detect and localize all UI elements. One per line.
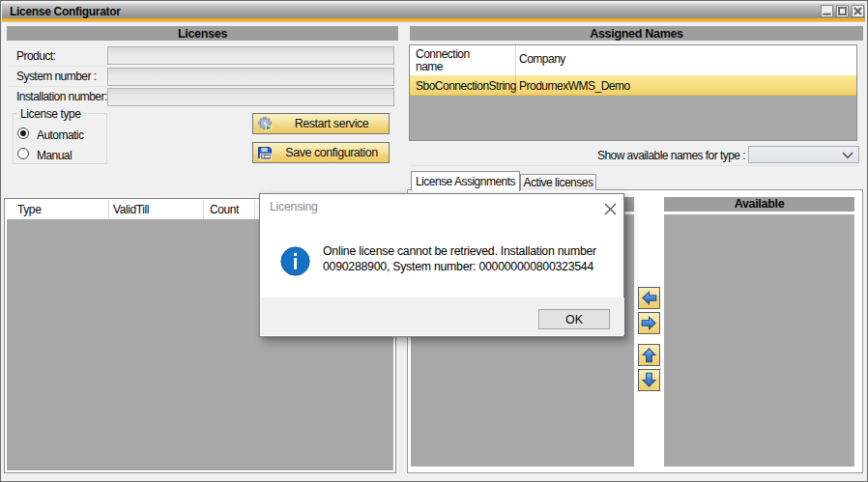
info-icon (280, 246, 310, 276)
dialog-message: Online license cannot be retrieved. Inst… (323, 243, 624, 274)
chevron-down-icon (842, 152, 854, 159)
move-left-button[interactable] (638, 287, 660, 309)
installation-number-input[interactable] (107, 88, 394, 106)
row-separator (8, 86, 107, 87)
column-header-company[interactable]: Company (519, 53, 565, 66)
dialog-title: Licensing (270, 200, 318, 213)
radio-manual-label: Manual (37, 149, 72, 162)
radio-dot (20, 130, 26, 136)
save-icon (257, 145, 274, 161)
type-filter-combobox[interactable] (748, 146, 859, 163)
column-header-connection-name[interactable]: Connection name (416, 48, 483, 73)
radio-automatic[interactable] (17, 128, 29, 139)
column-divider (108, 200, 109, 219)
license-configurator-window: License Configurator Licenses Product: S… (0, 0, 868, 482)
tab-license-assignments[interactable]: License Assignments (411, 171, 520, 191)
title-bar[interactable] (2, 3, 865, 18)
arrow-down-icon (641, 372, 657, 388)
minimize-button[interactable] (821, 5, 833, 17)
close-button[interactable] (852, 5, 864, 17)
radio-manual[interactable] (17, 148, 29, 159)
save-configuration-button[interactable]: Save configuration (252, 142, 390, 163)
row-separator (8, 66, 107, 67)
system-number-input[interactable] (107, 68, 394, 86)
save-configuration-label: Save configuration (275, 143, 389, 162)
arrow-right-icon (641, 315, 657, 331)
column-divider (515, 75, 516, 96)
license-type-label: License type (18, 107, 83, 121)
column-divider (515, 45, 516, 75)
maximize-icon (837, 6, 848, 16)
arrow-left-icon (641, 290, 657, 306)
column-header-validtill[interactable]: ValidTill (113, 204, 149, 215)
minimize-icon (822, 6, 832, 16)
column-divider (203, 200, 204, 219)
available-panel-body[interactable] (664, 214, 854, 467)
dialog-close-icon[interactable] (603, 202, 618, 216)
product-input[interactable] (107, 46, 394, 65)
move-right-button[interactable] (638, 312, 660, 334)
radio-automatic-label: Automatic (37, 128, 83, 142)
assigned-table-empty (410, 96, 856, 140)
restart-service-label: Restart service (275, 114, 389, 133)
row-separator (410, 165, 859, 166)
restart-service-button[interactable]: Restart service (252, 113, 390, 134)
move-down-button[interactable] (638, 369, 660, 391)
show-available-label: Show available names for type : (483, 149, 745, 162)
tab-active-licenses[interactable]: Active licenses (520, 174, 596, 190)
system-number-label: System number : (16, 70, 96, 83)
gear-icon (257, 116, 274, 132)
assigned-names-table: Connection name Company SboConnectionStr… (409, 44, 857, 141)
move-up-button[interactable] (638, 344, 660, 366)
cell-company: ProdumexWMS_Demo (519, 79, 630, 93)
arrow-up-icon (641, 347, 657, 363)
installation-number-label: Installation number: (16, 90, 107, 103)
product-label: Product: (16, 49, 55, 63)
assigned-row-selected[interactable]: SboConnectionString ProdumexWMS_Demo (410, 75, 856, 96)
available-panel-header: Available (664, 197, 854, 212)
ok-button[interactable]: OK (538, 309, 610, 329)
column-header-count[interactable]: Count (210, 204, 239, 215)
assigned-names-header: Assigned Names (410, 26, 863, 42)
cell-connection-name: SboConnectionString (416, 79, 516, 93)
accent-bar-shadow (2, 21, 865, 22)
licensing-dialog: Licensing Online license cannot be retri… (259, 193, 624, 337)
column-divider (254, 200, 255, 219)
licenses-panel-header: Licenses (7, 26, 398, 42)
close-icon (853, 6, 863, 16)
window-title: License Configurator (10, 5, 121, 18)
maximize-button[interactable] (836, 5, 849, 17)
column-header-type[interactable]: Type (17, 204, 41, 215)
